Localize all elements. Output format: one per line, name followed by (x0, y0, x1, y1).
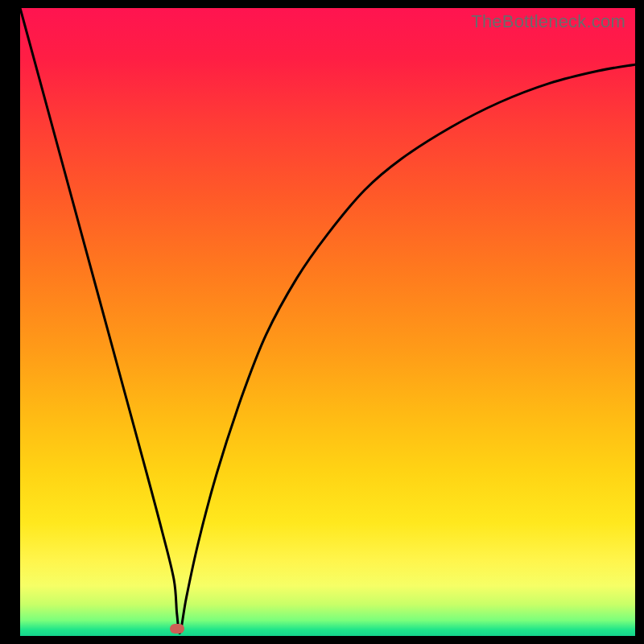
chart-frame: TheBottleneck.com (0, 0, 644, 644)
optimum-marker (170, 624, 184, 634)
bottleneck-curve (20, 8, 635, 636)
plot-area: TheBottleneck.com (20, 8, 635, 636)
curve-path (20, 8, 635, 634)
